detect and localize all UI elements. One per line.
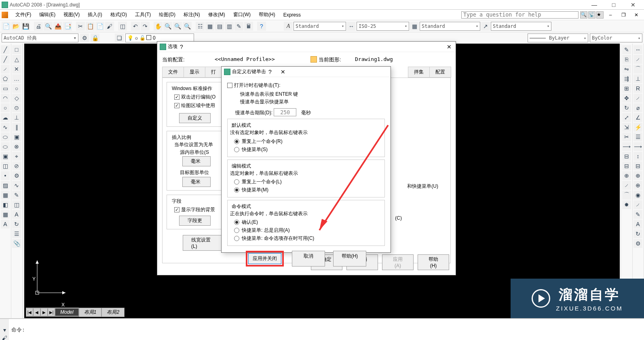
linetype-combo[interactable]: ByLayer▾ [528,34,588,42]
inspect-icon[interactable]: ◉ [633,191,642,199]
menu-help[interactable]: 帮助(H) [255,10,279,19]
dim-baseline-icon[interactable]: ☰ [633,132,642,141]
favorites-icon[interactable]: ★ [596,11,604,19]
xline-icon[interactable]: ╱ [1,55,10,64]
jog-linear-icon[interactable]: ⟋ [633,200,642,209]
cmd-paint-icon[interactable]: 🖌 [1,334,8,340]
color-combo[interactable]: ByColor▾ [590,34,642,42]
sheet-set-icon[interactable]: 📑 [63,22,72,31]
dblclick-checkbox[interactable]: ✓ [174,94,179,100]
options-help-icon[interactable]: ? [177,44,186,50]
join-icon[interactable]: ⊕ [622,171,631,180]
field-bg-checkbox[interactable]: ✓ [174,207,179,212]
dim-jogged-icon[interactable]: ⟋ [633,94,642,103]
default-menu-radio[interactable] [234,147,239,152]
doc-minimize-button[interactable]: – [604,12,617,18]
options-help-button[interactable]: 帮助(H) [418,254,449,270]
tab-nav-next[interactable]: ▶ [40,308,48,316]
block-tool-icon[interactable]: ◫ [12,200,21,209]
polygon-icon[interactable]: ⬠ [1,74,10,83]
osnap-int-icon[interactable]: ✕ [12,65,21,73]
table-style-combo[interactable]: Standard▾ [420,22,480,31]
text-style-combo[interactable]: Standard▾ [293,22,346,31]
publish-icon[interactable]: 📤 [53,22,62,31]
osnap-mid-icon[interactable]: △ [12,55,21,64]
battman-icon[interactable]: ☰ [12,229,21,238]
edit-menu-radio[interactable] [234,187,239,193]
open-icon[interactable]: 📂 [11,22,20,31]
dim-space-icon[interactable]: ↕ [633,152,642,161]
rectangle-icon[interactable]: ▭ [1,84,10,93]
menu-modify[interactable]: 修改(M) [204,10,229,19]
undo-icon[interactable]: ↶ [131,22,140,31]
xattach-icon[interactable]: 📎 [12,239,21,248]
lineweight-settings-button[interactable]: 线宽设置(L) [183,235,223,251]
dim-style-combo[interactable]: ISO-25▾ [357,22,409,31]
revcloud-icon[interactable]: ☁ [1,113,10,122]
rotate-icon[interactable]: ↻ [622,103,631,112]
tab-nav-prev[interactable]: ◀ [33,308,40,316]
dim-ord-icon[interactable]: ⊥ [633,74,642,83]
av-icon[interactable]: ∿ [12,181,21,190]
zoom-win-icon[interactable]: 🔍 [173,22,182,31]
osnap-ext-icon[interactable]: … [12,74,21,83]
default-repeat-radio[interactable] [234,139,239,144]
line-icon[interactable]: ╱ [1,45,10,54]
tab-nav-first[interactable]: |◀ [26,308,33,316]
custom-cancel-button[interactable]: 取消 [292,251,325,267]
mleader-style-combo[interactable]: Standard▾ [491,22,551,31]
attsync-icon[interactable]: ↻ [12,220,21,229]
doc-close-button[interactable]: ✕ [630,12,642,18]
insert-block-icon[interactable]: ▣ [1,152,10,161]
tolerance-icon[interactable]: ⊕ [633,171,642,180]
region-icon[interactable]: ◧ [1,200,10,209]
properties-icon[interactable]: ☷ [196,22,205,31]
ellipse-arc-icon[interactable]: ⬭ [1,142,10,151]
mark-icon[interactable]: ✎ [12,191,21,199]
cmd-confirm-radio[interactable] [234,220,239,225]
drawarea-checkbox[interactable]: ✓ [174,103,179,108]
timing-checkbox[interactable] [227,83,232,88]
explode-icon[interactable]: ✸ [622,200,631,209]
zoom-prev-icon[interactable]: 🔍 [183,22,192,31]
copy-icon[interactable]: 📋 [86,22,95,31]
tab-layout2[interactable]: 布局2 [101,308,125,317]
sheet-mgr-icon[interactable]: ▥ [225,22,234,31]
osnap-tan-icon[interactable]: ⊙ [12,103,21,112]
print-icon[interactable]: 🖨 [34,22,43,31]
osnap-par-icon[interactable]: ∥ [12,123,21,132]
help-icon[interactable]: ? [257,22,266,31]
mtext-icon[interactable]: A [1,220,10,229]
new-icon[interactable]: 📄 [2,22,11,31]
maximize-button[interactable]: □ [608,2,620,8]
dim-diameter-icon[interactable]: ⌀ [633,103,642,112]
dim-style-icon2[interactable]: ⚙ [633,239,642,248]
cmd-when-opts-radio[interactable] [234,236,239,241]
dim-tedit-icon[interactable]: A [633,220,642,229]
command-input[interactable]: 命令: [9,319,644,340]
source-units-combo[interactable]: 毫米 [182,156,211,166]
arc-icon[interactable]: ◠ [1,94,10,103]
break-icon[interactable]: ⊟ [622,162,631,170]
comm-center-icon[interactable]: 📡 [588,11,595,19]
tab-layout1[interactable]: 布局1 [79,308,102,317]
menu-window[interactable]: 窗口(W) [229,10,255,19]
circle-icon[interactable]: ○ [1,103,10,112]
tool-palettes-icon[interactable]: ▤ [215,22,224,31]
stretch-icon[interactable]: ⇲ [622,123,631,132]
layer-mgr-icon[interactable]: ❏ [115,34,124,42]
menu-tools[interactable]: 工具(T) [131,10,155,19]
design-center-icon[interactable]: ▦ [205,22,214,31]
dim-continue-icon[interactable]: ⟶ [633,142,642,151]
autocad-menu-icon[interactable] [2,12,8,18]
move-icon[interactable]: ✥ [622,94,631,103]
offset-icon[interactable]: ⇶ [622,74,631,83]
redo-icon[interactable]: ↷ [141,22,150,31]
match-prop-icon[interactable]: 🖌 [105,22,114,31]
dim-style-icon[interactable]: ↔ [347,22,356,31]
mirror-icon[interactable]: ⇋ [622,65,631,73]
spline-icon[interactable]: ∿ [1,123,10,132]
dim-edit-icon[interactable]: ✎ [633,210,642,219]
osnap-ins-icon[interactable]: ▣ [12,132,21,141]
menu-format[interactable]: 格式(O) [106,10,131,19]
